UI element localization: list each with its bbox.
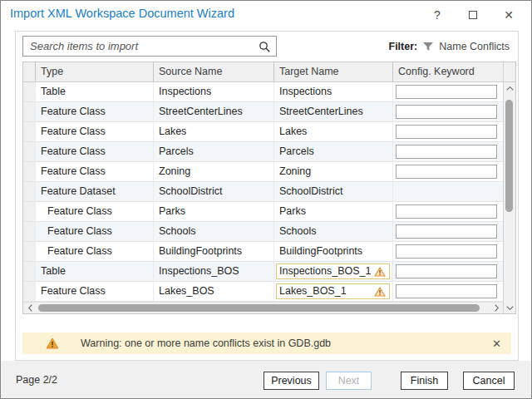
items-table: Type Source Name Target Name Config. Key… <box>22 62 516 314</box>
config-keyword-cell <box>393 162 503 181</box>
config-keyword-cell <box>393 282 503 301</box>
search-box[interactable] <box>22 36 277 57</box>
vertical-scroll-track[interactable] <box>504 94 515 302</box>
target-name-cell: Parks <box>274 202 393 221</box>
source-name-cell: BuildingFootprints <box>154 242 274 261</box>
config-keyword-input[interactable] <box>396 284 497 298</box>
row-selector[interactable] <box>23 202 36 221</box>
row-selector[interactable] <box>23 282 36 301</box>
filter-bar: Filter: Name Conflicts <box>389 36 510 57</box>
type-cell: Table <box>36 82 154 101</box>
target-name-cell: Schools <box>274 222 393 241</box>
config-keyword-cell <box>393 222 503 241</box>
column-header-config-keyword[interactable]: Config. Keyword <box>393 62 503 81</box>
filter-funnel-icon[interactable] <box>422 42 434 52</box>
config-keyword-input[interactable] <box>396 264 497 278</box>
footer: Page 2/2 PreviousNextFinishCancel <box>1 361 531 399</box>
scroll-down-icon[interactable] <box>504 302 515 313</box>
filter-label: Filter: <box>389 41 418 52</box>
vertical-scrollbar-thumb[interactable] <box>505 100 513 212</box>
target-name-conflict-field[interactable]: Inspections_BOS_1 <box>276 264 390 279</box>
row-selector[interactable] <box>23 222 36 241</box>
row-selector[interactable] <box>23 262 36 281</box>
table-header: Type Source Name Target Name Config. Key… <box>23 62 503 82</box>
table-row[interactable]: Feature ClassParksParks <box>23 202 503 222</box>
config-keyword-cell <box>393 82 503 101</box>
horizontal-scroll-track[interactable] <box>37 303 490 314</box>
source-name-cell: Lakes_BOS <box>154 282 274 301</box>
table-row[interactable]: Feature ClassLakes_BOSLakes_BOS_1 <box>23 282 503 302</box>
type-cell: Feature Class <box>36 142 154 161</box>
config-keyword-input[interactable] <box>396 224 497 239</box>
type-cell: Feature Class <box>36 222 154 241</box>
close-icon[interactable]: ✕ <box>496 2 521 27</box>
target-name-conflict-field[interactable]: Lakes_BOS_1 <box>276 283 390 299</box>
vertical-scrollbar[interactable] <box>503 62 515 313</box>
type-cell: Feature Class <box>36 122 154 141</box>
row-selector[interactable] <box>23 182 36 201</box>
previous-button[interactable]: Previous <box>264 372 319 390</box>
column-header-type[interactable]: Type <box>36 62 154 81</box>
row-selector[interactable] <box>23 102 36 121</box>
config-keyword-input[interactable] <box>396 105 497 119</box>
source-name-cell: SchoolDistrict <box>154 182 274 201</box>
type-cell: Feature Dataset <box>36 182 154 201</box>
maximize-icon[interactable] <box>461 2 485 27</box>
table-row[interactable]: Feature ClassZoningZoning <box>23 162 503 182</box>
warning-close-icon[interactable]: ✕ <box>492 337 501 350</box>
config-keyword-input[interactable] <box>396 125 497 139</box>
row-selector[interactable] <box>23 242 36 261</box>
type-cell: Table <box>36 262 154 281</box>
config-keyword-cell <box>393 102 503 121</box>
table-row[interactable]: Feature DatasetSchoolDistrictSchoolDistr… <box>23 182 503 202</box>
finish-button[interactable]: Finish <box>401 372 448 390</box>
titlebar[interactable]: Import XML Workspace Document Wizard ? ✕ <box>1 1 531 29</box>
horizontal-scrollbar-thumb[interactable] <box>38 304 480 312</box>
scroll-right-icon[interactable] <box>490 303 503 314</box>
content-panel: Filter: Name Conflicts Type Source Name … <box>15 31 519 361</box>
scroll-up-icon[interactable] <box>504 82 515 94</box>
target-name-cell: Parcels <box>274 142 393 161</box>
type-cell: Feature Class <box>36 162 154 181</box>
row-selector[interactable] <box>23 122 36 141</box>
source-name-cell: Parcels <box>154 142 274 161</box>
config-keyword-input[interactable] <box>396 145 497 159</box>
help-icon[interactable]: ? <box>425 2 450 27</box>
config-keyword-input[interactable] <box>396 204 497 219</box>
next-button: Next <box>326 372 372 390</box>
type-cell: Feature Class <box>36 242 154 261</box>
table-row[interactable]: Feature ClassSchoolsSchools <box>23 222 503 242</box>
scroll-left-icon[interactable] <box>23 303 37 314</box>
config-keyword-input[interactable] <box>396 85 497 99</box>
config-keyword-input[interactable] <box>396 244 497 259</box>
config-keyword-cell <box>393 122 503 141</box>
import-xml-wizard-dialog: Import XML Workspace Document Wizard ? ✕… <box>0 0 532 399</box>
table-row[interactable]: Feature ClassLakesLakes <box>23 122 503 142</box>
table-row[interactable]: Feature ClassParcelsParcels <box>23 142 503 162</box>
config-keyword-cell <box>393 142 503 161</box>
type-cell: Feature Class <box>36 202 154 221</box>
table-row[interactable]: TableInspections_BOSInspections_BOS_1 <box>23 262 503 282</box>
row-selector[interactable] <box>23 162 36 181</box>
type-cell: Feature Class <box>36 102 154 121</box>
source-name-cell: StreetCenterLines <box>154 102 274 121</box>
config-keyword-input[interactable] <box>396 165 497 179</box>
warning-bar: Warning: one or more name conflicts exis… <box>22 332 511 354</box>
search-icon <box>259 41 271 53</box>
config-keyword-cell <box>393 262 503 281</box>
row-selector[interactable] <box>23 82 36 101</box>
row-selector[interactable] <box>23 142 36 161</box>
column-header-source-name[interactable]: Source Name <box>154 62 274 81</box>
config-keyword-cell <box>393 242 503 261</box>
table-row[interactable]: TableInspectionsInspections <box>23 82 503 102</box>
cancel-button[interactable]: Cancel <box>463 372 515 390</box>
header-selector-cell <box>23 62 36 81</box>
source-name-cell: Lakes <box>154 122 274 141</box>
column-header-target-name[interactable]: Target Name <box>274 62 393 81</box>
filter-value[interactable]: Name Conflicts <box>439 41 510 52</box>
table-row[interactable]: Feature ClassStreetCenterLinesStreetCent… <box>23 102 503 122</box>
table-row[interactable]: Feature ClassBuildingFootprintsBuildingF… <box>23 242 503 262</box>
search-input[interactable] <box>23 37 276 56</box>
source-name-cell: Inspections_BOS <box>154 262 274 281</box>
horizontal-scrollbar[interactable] <box>23 302 503 313</box>
